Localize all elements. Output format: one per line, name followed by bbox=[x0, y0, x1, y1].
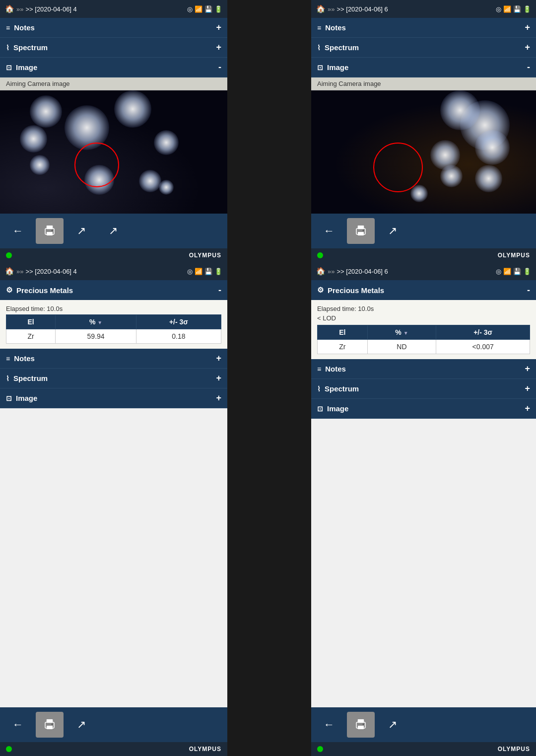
gps-icon-r: ◎ bbox=[496, 5, 501, 13]
left-top-spectrum-header[interactable]: ⌇ Spectrum + bbox=[0, 38, 227, 58]
left-bottom-spacer bbox=[0, 408, 227, 707]
right-panel: 🏠 »» >> [2020-04-06] 6 ◎ 📶 💾 🔋 ≡ Notes +… bbox=[311, 0, 536, 756]
notes-add-button[interactable]: + bbox=[216, 22, 221, 33]
left-top-notes-header[interactable]: ≡ Notes + bbox=[0, 18, 227, 38]
right-top-image-collapse[interactable]: - bbox=[527, 62, 530, 73]
left-top-back-button[interactable]: ← bbox=[4, 218, 32, 244]
battery-icon-r: 🔋 bbox=[523, 5, 531, 13]
left-bottom-footer: OLYMPUS bbox=[0, 742, 227, 756]
right-bottom-image-add[interactable]: + bbox=[525, 403, 530, 414]
left-bottom-image-label: Image bbox=[16, 394, 37, 402]
right-bottom-back-button[interactable]: ← bbox=[315, 712, 343, 738]
left-top-footer: OLYMPUS bbox=[0, 248, 227, 262]
left-top-camera-section: Aiming Camera image bbox=[0, 77, 227, 214]
pm-icon-rb: ⚙ bbox=[317, 286, 324, 295]
left-bottom-elapsed: Elapsed time: 10.0s bbox=[6, 305, 221, 312]
left-bottom-action-bar: ← ↗ bbox=[0, 707, 227, 742]
left-bottom-section: 🏠 »» >> [2020-04-06] 4 ◎ 📶 💾 🔋 ⚙ Preciou… bbox=[0, 262, 227, 756]
right-top-green-dot bbox=[317, 252, 323, 258]
svg-rect-14 bbox=[358, 719, 364, 723]
right-top-spectrum-header[interactable]: ⌇ Spectrum + bbox=[311, 38, 536, 58]
right-top-image-label: Image bbox=[327, 63, 348, 72]
right-bottom-pm-title: Precious Metals bbox=[328, 286, 384, 295]
home-icon-r: 🏠 bbox=[316, 4, 326, 13]
left-top-image-header[interactable]: ⊡ Image - bbox=[0, 58, 227, 77]
right-bottom-expand-button[interactable]: ↗ bbox=[379, 712, 406, 738]
pm-collapse-button[interactable]: - bbox=[218, 285, 221, 296]
right-bottom-print-button[interactable] bbox=[347, 712, 375, 738]
left-bottom-pm-header[interactable]: ⚙ Precious Metals - bbox=[0, 280, 227, 300]
right-bottom-notes-header[interactable]: ≡ Notes + bbox=[311, 359, 536, 379]
left-bottom-breadcrumb: >> [2020-04-06] 4 bbox=[25, 268, 76, 275]
notes-icon-rb: ≡ bbox=[317, 365, 321, 373]
right-top-camera-section: Aiming Camera image bbox=[311, 77, 536, 214]
right-bottom-green-dot bbox=[317, 746, 323, 752]
left-bottom-expand-button[interactable]: ↗ bbox=[67, 712, 95, 738]
right-bottom-pm-header[interactable]: ⚙ Precious Metals - bbox=[311, 280, 536, 300]
print-icon-rb bbox=[354, 719, 367, 730]
col-sigma-header-rb: +/- 3σ bbox=[436, 325, 530, 340]
left-top-expand-button1[interactable]: ↗ bbox=[67, 218, 95, 244]
right-top-notes-add[interactable]: + bbox=[525, 22, 530, 33]
left-bottom-pm-section: ⚙ Precious Metals - Elapsed time: 10.0s … bbox=[0, 280, 227, 349]
left-bottom-pm-title: Precious Metals bbox=[16, 286, 73, 295]
left-top-print-button[interactable] bbox=[36, 218, 64, 244]
right-top-image-header[interactable]: ⊡ Image - bbox=[311, 58, 536, 77]
notes-label: Notes bbox=[14, 23, 35, 32]
left-bottom-spectrum-header[interactable]: ⌇ Spectrum + bbox=[0, 369, 227, 388]
left-bottom-image-header[interactable]: ⊡ Image + bbox=[0, 388, 227, 408]
right-top-print-button[interactable] bbox=[347, 218, 375, 244]
bokeh-circle-3 bbox=[20, 125, 47, 152]
battery-icon-2: 🔋 bbox=[214, 268, 222, 275]
right-top-spectrum-label: Spectrum bbox=[325, 43, 359, 52]
right-bottom-notes-add[interactable]: + bbox=[525, 364, 530, 374]
right-top-notes-label: Notes bbox=[325, 23, 346, 32]
left-bottom-image-add[interactable]: + bbox=[216, 393, 221, 403]
right-top-spectrum-add[interactable]: + bbox=[525, 42, 530, 53]
bokeh-circle-r6 bbox=[410, 185, 428, 202]
right-bottom-spectrum-header[interactable]: ⌇ Spectrum + bbox=[311, 379, 536, 399]
col-el-header-rb: El bbox=[318, 325, 368, 340]
left-top-breadcrumb: >> [2020-04-06] 4 bbox=[25, 5, 76, 13]
svg-rect-2 bbox=[47, 226, 53, 229]
wifi-icon-2: 📶 bbox=[195, 268, 202, 275]
left-bottom-notes-add[interactable]: + bbox=[216, 353, 221, 364]
image-icon-r: ⊡ bbox=[317, 64, 323, 72]
left-bottom-notes-header[interactable]: ≡ Notes + bbox=[0, 349, 227, 369]
cell-sigma: 0.18 bbox=[136, 329, 221, 344]
home-icon-rb: 🏠 bbox=[316, 267, 326, 276]
spectrum-add-button[interactable]: + bbox=[216, 42, 221, 53]
image-label: Image bbox=[16, 63, 37, 72]
bokeh-circle-r3 bbox=[475, 165, 502, 192]
right-top-back-button[interactable]: ← bbox=[315, 218, 343, 244]
memory-icon-rb: 💾 bbox=[513, 268, 521, 275]
left-bottom-spectrum-add[interactable]: + bbox=[216, 373, 221, 383]
right-top-camera-label: Aiming Camera image bbox=[311, 77, 536, 90]
pm-collapse-button-rb[interactable]: - bbox=[527, 285, 530, 296]
bokeh-circle-6 bbox=[159, 180, 174, 195]
image-collapse-button[interactable]: - bbox=[218, 62, 221, 73]
print-icon-r bbox=[354, 226, 367, 236]
cell-el: Zr bbox=[6, 329, 56, 344]
col-pct-header-rb[interactable]: % ▼ bbox=[367, 325, 436, 340]
right-top-olympus-logo: OLYMPUS bbox=[498, 252, 530, 259]
left-top-action-bar: ← ↗ ↗ bbox=[0, 214, 227, 248]
left-bottom-print-button[interactable] bbox=[36, 712, 64, 738]
right-bottom-pm-content: Elapsed time: 10.0s < LOD El % ▼ +/- 3σ … bbox=[311, 300, 536, 359]
right-top-aim-circle bbox=[373, 143, 423, 192]
right-bottom-image-header[interactable]: ⊡ Image + bbox=[311, 399, 536, 419]
left-top-expand-button2[interactable]: ↗ bbox=[99, 218, 127, 244]
right-top-notes-header[interactable]: ≡ Notes + bbox=[311, 18, 536, 38]
table-row-rb: Zr ND <0.007 bbox=[318, 340, 530, 354]
right-bottom-spacer bbox=[311, 419, 536, 707]
bokeh-circle-2 bbox=[30, 95, 62, 128]
wifi-icon: 📶 bbox=[195, 5, 202, 13]
col-pct-header[interactable]: % ▼ bbox=[56, 315, 136, 329]
left-bottom-pm-content: Elapsed time: 10.0s El % ▼ +/- 3σ Zr 59.… bbox=[0, 300, 227, 349]
left-panel: 🏠 »» >> [2020-04-06] 4 ◎ 📶 💾 🔋 ≡ Notes +… bbox=[0, 0, 227, 756]
right-top-expand-button[interactable]: ↗ bbox=[379, 218, 406, 244]
cell-pct: 59.94 bbox=[56, 329, 136, 344]
left-bottom-back-button[interactable]: ← bbox=[4, 712, 32, 738]
right-bottom-spectrum-add[interactable]: + bbox=[525, 383, 530, 394]
wifi-icon-rb: 📶 bbox=[503, 268, 511, 275]
